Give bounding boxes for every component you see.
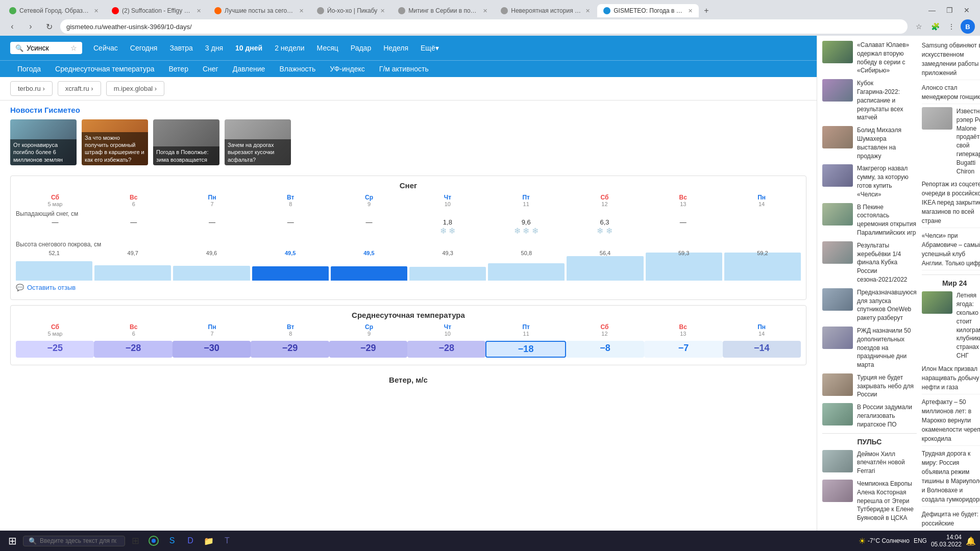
start-button[interactable]: ⊞	[4, 535, 21, 547]
right-news-item-6[interactable]: Предназначавшуюся для запуска спутников …	[822, 288, 917, 322]
taskbar-steam-icon[interactable]: S	[164, 533, 180, 549]
back-button[interactable]: ‹	[5, 19, 19, 34]
nav-10days[interactable]: 10 дней	[229, 40, 268, 56]
taskbar-discord-icon[interactable]: D	[182, 533, 199, 549]
tab-4[interactable]: Йо-хо-хо | Пикабу ✕	[311, 4, 391, 17]
refresh-button[interactable]: ↻	[42, 19, 56, 34]
address-input[interactable]	[60, 19, 908, 34]
right-news-item-8[interactable]: Турция не будет закрывать небо для Росси…	[822, 373, 917, 399]
puls-news-item-1[interactable]: Чемпионка Европы Алена Косторная перешла…	[822, 480, 917, 522]
taskbar-notification-icon[interactable]: 🔔	[966, 536, 976, 546]
nav-bottom-wind[interactable]: Ветер	[161, 61, 195, 77]
tab-close-5[interactable]: ✕	[483, 8, 487, 14]
nav-more[interactable]: Ещё▾	[414, 40, 445, 56]
mir24-text-3[interactable]: Трудная дорога к миру: Россия объявила р…	[922, 449, 980, 507]
nav-bottom-geo[interactable]: Г/м активность	[372, 61, 436, 77]
news-item-4[interactable]: Зачем на дорогах вырезают кусочки асфаль…	[225, 119, 291, 165]
right-news-item-3[interactable]: Макгрегор назвал сумму, за которую готов…	[822, 164, 917, 198]
profile-avatar[interactable]: B	[961, 19, 975, 34]
tab-close-7[interactable]: ✕	[688, 8, 693, 14]
right-news-item-2[interactable]: Болид Михаэля Шумахера выставлен на прод…	[822, 126, 917, 160]
temp-val-3: −29	[251, 341, 329, 358]
snowfall-label: Выпадающий снег, см	[16, 210, 801, 217]
tab-close-4[interactable]: ✕	[380, 8, 385, 14]
right-text-news-2-item[interactable]: Известный рэпер Post Malone продаёт свой…	[922, 107, 980, 176]
nav-bottom-humidity[interactable]: Влажность	[272, 61, 323, 77]
right-news-item-7[interactable]: РЖД назначили 50 дополнительных поездов …	[822, 327, 917, 369]
extensions-icon[interactable]: 🧩	[928, 19, 942, 34]
right-news-item-0[interactable]: «Салават Юлаев» одержал вторую победу в …	[822, 41, 917, 75]
nav-today[interactable]: Сегодня	[124, 40, 164, 56]
close-button[interactable]: ✕	[960, 3, 974, 17]
city-search-input[interactable]	[27, 44, 67, 52]
temp-day-3: Вт 8	[251, 323, 330, 337]
temp-val-9: −14	[723, 341, 801, 358]
news-item-2[interactable]: За что можно получить огромный штраф в к…	[82, 119, 148, 165]
snow-bar-1: 49,7	[94, 250, 171, 281]
ad-banner-2[interactable]: xcraft.ru ›	[58, 81, 101, 96]
snowfall-val-0: —	[16, 218, 94, 236]
ad-banner-1[interactable]: terbo.ru ›	[10, 81, 53, 96]
right-text-news-3[interactable]: Репортаж из соцсетей: очереди в российск…	[922, 180, 980, 228]
tab-1[interactable]: Сетевой Город. Образование ✕	[3, 4, 105, 17]
nav-2weeks[interactable]: 2 недели	[268, 40, 310, 56]
ad-banners: terbo.ru › xcraft.ru › m.ipex.global ›	[0, 77, 817, 101]
snow-day-8: Вс 13	[644, 194, 722, 207]
nav-bottom-uv[interactable]: УФ-индекс	[323, 61, 372, 77]
taskbar-files-icon[interactable]: 📁	[201, 533, 217, 549]
tab-5[interactable]: Митинг в Сербии в поддержку... ✕	[392, 4, 494, 17]
nav-now[interactable]: Сейчас	[87, 40, 124, 56]
minimize-button[interactable]: —	[925, 3, 939, 17]
taskbar-chrome-icon[interactable]	[145, 533, 162, 549]
nav-week[interactable]: Неделя	[377, 40, 414, 56]
right-news-item-4[interactable]: В Пекине состоялась церемония открытия П…	[822, 203, 917, 237]
tab-2[interactable]: (2) Suffocation - Effigy of The F... ✕	[106, 4, 207, 17]
tab-close-3[interactable]: ✕	[299, 8, 304, 14]
tab-bar: Сетевой Город. Образование ✕ (2) Suffoca…	[0, 0, 980, 17]
nav-tomorrow[interactable]: Завтра	[163, 40, 199, 56]
nav-month[interactable]: Месяц	[311, 40, 345, 56]
right-text-news-0[interactable]: Samsung обвиняют в искусственном замедле…	[922, 41, 980, 80]
right-news-col-right: Samsung обвиняют в искусственном замедле…	[922, 41, 980, 551]
temp-values-row: −25 −28 −30 −29 −29 −28 −18	[16, 341, 801, 358]
tab-close-2[interactable]: ✕	[197, 8, 201, 14]
divider-1	[822, 433, 917, 434]
taskbar-widgets-icon[interactable]: ⊞	[127, 533, 143, 549]
nav-bottom-snow[interactable]: Снег	[195, 61, 226, 77]
feedback-button[interactable]: 💬 Оставить отзыв	[16, 281, 801, 294]
news-item-3[interactable]: Погода в Поволжье: зима возвращается	[153, 119, 219, 165]
bookmark-star-icon[interactable]: ☆	[912, 19, 926, 34]
ad-banner-3[interactable]: m.ipex.global ›	[106, 81, 165, 96]
restore-button[interactable]: ❐	[942, 3, 957, 17]
taskbar-search-input[interactable]	[40, 537, 116, 544]
favorite-star-icon[interactable]: ☆	[70, 44, 77, 52]
tab-close-6[interactable]: ✕	[585, 8, 590, 14]
right-text-news-1[interactable]: Алонсо стал менеджером гонщиков	[922, 83, 980, 104]
right-text-news-4[interactable]: «Челси» при Абрамовиче – самый успешный …	[922, 231, 980, 270]
settings-icon[interactable]: ⋮	[944, 19, 959, 34]
forward-button[interactable]: ›	[23, 19, 38, 34]
nav-3days[interactable]: 3 дня	[199, 40, 229, 56]
tab-6[interactable]: Невероятная история алкобу... ✕	[495, 4, 596, 17]
taskbar-teams-icon[interactable]: T	[219, 533, 235, 549]
nav-bottom-pressure[interactable]: Давление	[226, 61, 273, 77]
puls-news-item-0[interactable]: Деймон Хилл впечатлён новой Ferrari	[822, 450, 917, 475]
mir24-text-1[interactable]: Илон Маск призвал наращивать добычу нефт…	[922, 364, 980, 394]
right-news-item-1[interactable]: Кубок Гагарина-2022: расписание и резуль…	[822, 79, 917, 122]
tab-7[interactable]: GISMETEO: Погода в Усинске н... ✕	[597, 4, 699, 17]
right-news-item-9[interactable]: В России задумали легализовать пиратское…	[822, 403, 917, 429]
toolbar-icons: ☆ 🧩 ⋮ B	[912, 19, 975, 34]
search-icon: 🔍	[15, 44, 23, 52]
mir24-text-2[interactable]: Артефакту – 50 миллионов лет: в Марокко …	[922, 397, 980, 446]
city-search-box[interactable]: 🔍 ☆	[10, 42, 82, 54]
right-news-item-5[interactable]: Результаты жеребьёвки 1/4 финала Кубка Р…	[822, 241, 917, 284]
nav-radar[interactable]: Радар	[345, 40, 377, 56]
nav-bottom-weather[interactable]: Погода	[10, 61, 48, 77]
news-item-1[interactable]: От коронавируса погибло более 6 миллионо…	[10, 119, 77, 165]
nav-bottom-avg-temp[interactable]: Среднесуточная температура	[48, 61, 161, 77]
new-tab-button[interactable]: +	[700, 4, 713, 17]
mir24-news-0[interactable]: Летняя ягода: сколько стоит килограмм кл…	[922, 291, 980, 360]
tab-3[interactable]: Лучшие посты за сегодня, стр... ✕	[208, 4, 310, 17]
tab-close-1[interactable]: ✕	[94, 8, 99, 14]
taskbar-search[interactable]: 🔍	[23, 536, 125, 546]
